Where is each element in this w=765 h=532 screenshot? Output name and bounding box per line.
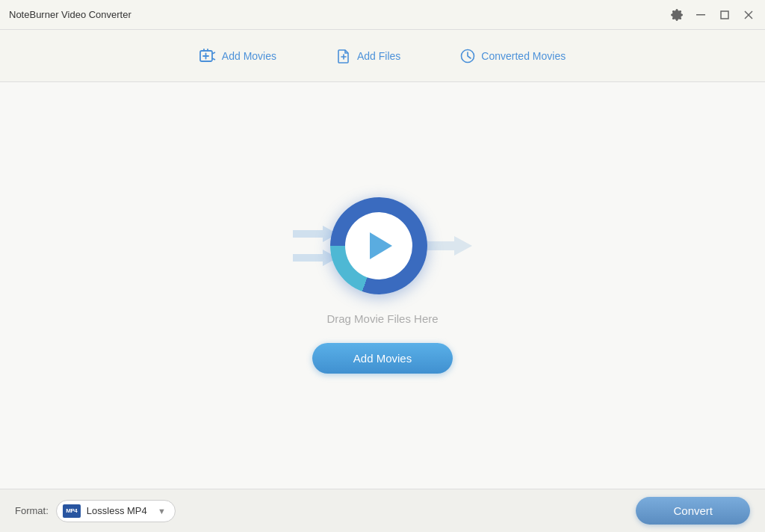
converted-movies-label: Converted Movies bbox=[481, 50, 566, 62]
converter-graphic bbox=[293, 197, 472, 294]
add-movies-label: Add Movies bbox=[222, 50, 276, 62]
convert-button[interactable]: Convert bbox=[636, 497, 750, 525]
chevron-down-icon: ▼ bbox=[158, 507, 166, 516]
title-bar: NoteBurner Video Converter bbox=[0, 0, 765, 30]
format-section: Format: MP4 Lossless MP4 ▼ bbox=[15, 500, 176, 522]
svg-rect-1 bbox=[721, 11, 728, 19]
add-files-icon bbox=[336, 49, 351, 64]
main-content: Drag Movie Files Here Add Movies bbox=[0, 82, 765, 489]
maximize-button[interactable] bbox=[717, 7, 732, 22]
format-icon: MP4 bbox=[63, 504, 81, 518]
add-files-button[interactable]: Add Files bbox=[329, 44, 408, 68]
add-movies-icon bbox=[199, 49, 216, 64]
format-dropdown[interactable]: MP4 Lossless MP4 ▼ bbox=[56, 500, 176, 522]
converted-movies-button[interactable]: Converted Movies bbox=[453, 44, 573, 68]
converted-movies-icon bbox=[460, 49, 475, 64]
bottom-bar: Format: MP4 Lossless MP4 ▼ Convert bbox=[0, 489, 765, 532]
drag-drop-text: Drag Movie Files Here bbox=[326, 312, 438, 325]
close-button[interactable] bbox=[741, 7, 756, 22]
add-movies-main-button[interactable]: Add Movies bbox=[312, 343, 453, 374]
svg-rect-0 bbox=[696, 14, 705, 16]
add-movies-button[interactable]: Add Movies bbox=[192, 44, 284, 68]
app-title: NoteBurner Video Converter bbox=[9, 9, 131, 20]
play-circle bbox=[330, 197, 427, 294]
minimize-button[interactable] bbox=[693, 7, 708, 22]
play-icon bbox=[370, 232, 392, 259]
toolbar: Add Movies Add Files Converted Movies bbox=[0, 30, 765, 82]
format-value: Lossless MP4 bbox=[87, 505, 152, 516]
format-label: Format: bbox=[15, 505, 49, 516]
arrow-right bbox=[420, 234, 472, 258]
right-arrows bbox=[420, 234, 472, 258]
window-controls bbox=[669, 7, 756, 22]
settings-button[interactable] bbox=[669, 7, 684, 22]
play-circle-inner bbox=[345, 212, 412, 279]
add-files-label: Add Files bbox=[357, 50, 400, 62]
